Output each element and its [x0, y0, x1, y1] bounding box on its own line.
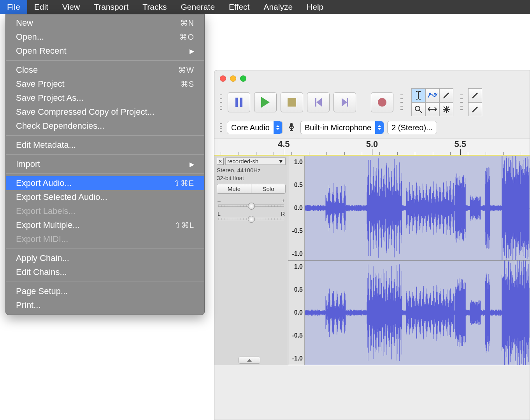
menu-item-new[interactable]: New⌘N [6, 16, 204, 30]
play-button[interactable] [254, 92, 277, 112]
track-close-button[interactable]: ✕ [217, 158, 224, 165]
input-device-select[interactable]: Built-in Microphone [300, 121, 384, 134]
amplitude-scale-left: 1.00.50.0-0.5-1.0 [288, 156, 305, 260]
menu-item-page-setup[interactable]: Page Setup... [6, 284, 204, 298]
pencil2-icon [471, 91, 479, 100]
extra-tool-2[interactable] [468, 102, 482, 116]
draw-tool[interactable] [439, 88, 453, 102]
menu-item-save-project-as[interactable]: Save Project As... [6, 91, 204, 105]
channels-select[interactable]: 2 (Stereo)... [387, 121, 437, 134]
menubar: File Edit View Transport Tracks Generate… [0, 0, 530, 14]
menu-analyze[interactable]: Analyze [256, 0, 300, 14]
menu-item-export-multiple[interactable]: Export Multiple...⇧⌘L [6, 218, 204, 232]
zoom-tool[interactable] [411, 102, 425, 116]
menu-item-export-labels: Export Labels... [6, 204, 204, 218]
scale-label: 1.0 [294, 263, 303, 270]
menu-item-export-midi: Export MIDI... [6, 232, 204, 246]
timeshift-icon [427, 106, 437, 112]
menu-transport[interactable]: Transport [87, 0, 135, 14]
menu-item-save-compressed-copy-of-project[interactable]: Save Compressed Copy of Project... [6, 105, 204, 119]
solo-button[interactable]: Solo [251, 184, 285, 193]
input-device-value: Built-in Microphone [305, 123, 375, 132]
menu-separator [6, 173, 204, 174]
scale-label: -1.0 [292, 355, 303, 362]
menu-help[interactable]: Help [300, 0, 330, 14]
svg-point-2 [415, 106, 420, 111]
mute-button[interactable]: Mute [217, 184, 251, 193]
track-control-panel: ✕ recorded-sh ▼ Stereo, 44100Hz 32-bit f… [214, 156, 288, 365]
track-format-line2: 32-bit float [217, 174, 286, 182]
menu-item-import[interactable]: Import▶ [6, 157, 204, 171]
track-area: ✕ recorded-sh ▼ Stereo, 44100Hz 32-bit f… [214, 155, 530, 365]
record-button[interactable] [371, 92, 393, 112]
scale-label: 0.0 [294, 205, 303, 212]
channels-value: 2 (Stereo)... [391, 123, 437, 132]
timeshift-tool[interactable] [425, 102, 439, 116]
menu-separator [6, 154, 204, 155]
audio-host-value: Core Audio [231, 123, 274, 132]
toolbar-grip-2[interactable] [460, 92, 463, 112]
device-toolbar: Core Audio Built-in Microphone 2 (Stereo… [214, 120, 530, 138]
timeline-ruler[interactable]: 4.55.05.5 [214, 138, 530, 155]
track-collapse-button[interactable] [239, 357, 260, 364]
selection-tool[interactable] [411, 88, 425, 102]
window-zoom-button[interactable] [240, 75, 246, 82]
track-name: recorded-sh [227, 158, 258, 164]
menu-item-edit-metadata[interactable]: Edit Metadata... [6, 138, 204, 152]
waveform-right[interactable] [305, 261, 530, 365]
extra-tool-1[interactable] [468, 88, 482, 102]
toolbar-grip[interactable] [220, 92, 223, 112]
svg-point-0 [429, 93, 431, 95]
svg-point-1 [434, 93, 436, 95]
audio-host-select[interactable]: Core Audio [227, 121, 283, 134]
envelope-tool[interactable] [425, 88, 439, 102]
track-name-dropdown[interactable]: recorded-sh ▼ [225, 158, 286, 165]
transport-toolbar [214, 87, 530, 120]
menu-effect[interactable]: Effect [222, 0, 256, 14]
app-window: Core Audio Built-in Microphone 2 (Stereo… [214, 70, 530, 420]
amplitude-scale-right: 1.00.50.0-0.5-1.0 [288, 261, 305, 365]
menu-item-apply-chain[interactable]: Apply Chain... [6, 251, 204, 265]
pencil-icon [442, 91, 451, 100]
menu-item-close[interactable]: Close⌘W [6, 63, 204, 77]
tools-grip[interactable] [400, 92, 404, 112]
channel-right: 1.00.50.0-0.5-1.0 [288, 261, 530, 365]
stepper-icon [375, 121, 384, 134]
gain-knob[interactable] [248, 203, 255, 210]
gain-slider[interactable]: –+ [217, 198, 286, 207]
menu-generate[interactable]: Generate [174, 0, 222, 14]
device-grip[interactable] [220, 121, 223, 134]
skip-start-button[interactable] [307, 92, 330, 112]
pan-slider[interactable]: LR [217, 211, 286, 220]
skip-end-button[interactable] [333, 92, 356, 112]
menu-edit[interactable]: Edit [27, 0, 55, 14]
menu-item-save-project[interactable]: Save Project⌘S [6, 77, 204, 91]
menu-item-print[interactable]: Print... [6, 298, 204, 312]
menu-separator [6, 282, 204, 282]
magnifier-icon [414, 105, 423, 114]
scale-label: 0.5 [294, 286, 303, 293]
menu-item-open[interactable]: Open...⌘O [6, 30, 204, 44]
menu-item-export-audio[interactable]: Export Audio...⇧⌘E [6, 176, 204, 190]
pause-button[interactable] [228, 92, 250, 112]
menu-separator [6, 248, 204, 249]
menu-item-edit-chains[interactable]: Edit Chains... [6, 265, 204, 279]
stepper-icon [274, 121, 282, 134]
track-channels: 1.00.50.0-0.5-1.0 1.00.50.0-0.5-1.0 [288, 156, 530, 365]
multi-tool[interactable] [439, 102, 453, 116]
menu-item-open-recent[interactable]: Open Recent▶ [6, 44, 204, 58]
menu-file[interactable]: File [0, 0, 27, 14]
menu-tracks[interactable]: Tracks [135, 0, 174, 14]
menu-item-check-dependencies[interactable]: Check Dependencies... [6, 119, 204, 133]
titlebar [214, 70, 530, 87]
mute-solo-row: Mute Solo [217, 184, 286, 194]
waveform-left[interactable] [305, 156, 530, 260]
stop-button[interactable] [281, 92, 303, 112]
window-close-button[interactable] [220, 75, 226, 82]
window-minimize-button[interactable] [230, 75, 236, 82]
pan-knob[interactable] [248, 216, 255, 223]
menu-item-export-selected-audio[interactable]: Export Selected Audio... [6, 190, 204, 204]
microphone-icon [286, 122, 297, 133]
menu-view[interactable]: View [55, 0, 87, 14]
multi-icon [442, 105, 450, 113]
